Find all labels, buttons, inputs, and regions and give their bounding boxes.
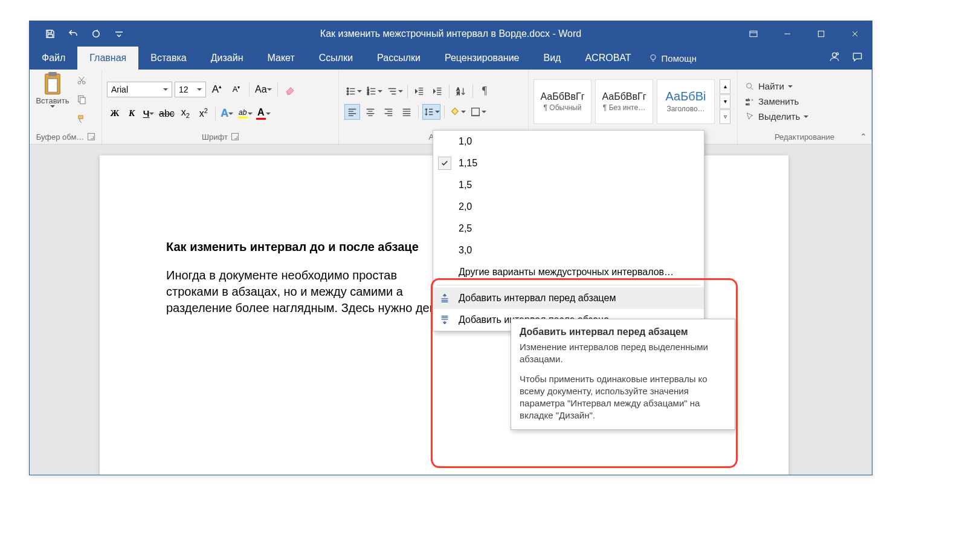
increase-indent-button[interactable] xyxy=(430,83,445,99)
svg-rect-8 xyxy=(48,79,57,92)
tab-insert[interactable]: Вставка xyxy=(138,47,198,70)
tooltip-text-1: Изменение интервалов перед выделенными а… xyxy=(520,341,726,366)
save-button[interactable] xyxy=(40,24,60,44)
strikethrough-button[interactable]: abc xyxy=(158,106,175,122)
tooltip-title: Добавить интервал перед абзацем xyxy=(520,327,726,337)
svg-text:ac: ac xyxy=(746,102,749,106)
add-space-before-paragraph[interactable]: Добавить интервал перед абзацем xyxy=(433,287,704,309)
svg-rect-7 xyxy=(48,72,56,76)
grow-font-button[interactable]: A▴ xyxy=(209,82,225,97)
select-button[interactable]: Выделить xyxy=(743,110,811,123)
style-heading1[interactable]: АаБбВі Заголово… xyxy=(657,79,715,124)
ribbon-display-icon xyxy=(749,29,758,39)
chevron-down-icon xyxy=(50,105,55,108)
chevron-down-icon xyxy=(163,88,168,91)
svg-point-5 xyxy=(836,53,838,54)
redo-icon xyxy=(91,28,102,39)
clipboard-dialog-launcher[interactable] xyxy=(88,133,95,140)
svg-rect-13 xyxy=(79,116,83,119)
undo-button[interactable] xyxy=(63,24,83,44)
font-name-select[interactable]: Arial xyxy=(107,82,172,97)
redo-button[interactable] xyxy=(86,24,106,44)
find-button[interactable]: Найти xyxy=(743,80,811,93)
linespacing-option-1.0[interactable]: 1,0 xyxy=(433,131,704,152)
search-icon xyxy=(745,82,755,91)
qat-customize-button[interactable] xyxy=(109,24,129,44)
cut-button[interactable] xyxy=(74,73,89,88)
font-color-button[interactable]: A xyxy=(256,106,271,122)
tooltip: Добавить интервал перед абзацем Изменени… xyxy=(511,319,735,430)
copy-icon xyxy=(76,94,87,105)
maximize-button[interactable] xyxy=(804,21,838,47)
linespacing-option-3.0[interactable]: 3,0 xyxy=(433,239,704,261)
tab-layout[interactable]: Макет xyxy=(256,47,307,70)
tab-design[interactable]: Дизайн xyxy=(199,47,256,70)
bold-button[interactable]: Ж xyxy=(108,106,122,122)
align-left-button[interactable] xyxy=(344,104,360,120)
tab-mailings[interactable]: Рассылки xyxy=(365,47,433,70)
justify-button[interactable] xyxy=(399,104,414,120)
align-right-button[interactable] xyxy=(381,104,396,120)
change-case-button[interactable]: Aa xyxy=(254,82,272,97)
subscript-button[interactable]: x2 xyxy=(178,106,193,122)
tab-references[interactable]: Ссылки xyxy=(307,47,365,70)
linespacing-option-2.0[interactable]: 2,0 xyxy=(433,196,704,218)
bullets-button[interactable] xyxy=(344,83,363,99)
tell-me-search[interactable]: Помощн xyxy=(648,47,697,70)
minimize-button[interactable] xyxy=(770,21,804,47)
space-before-icon xyxy=(438,293,451,304)
multilevel-list-button[interactable] xyxy=(385,83,404,99)
text-effects-button[interactable]: A xyxy=(219,106,235,122)
ribbon-display-button[interactable] xyxy=(737,21,770,47)
superscript-button[interactable]: x2 xyxy=(196,106,211,122)
linespacing-option-2.5[interactable]: 2,5 xyxy=(433,218,704,239)
styles-expand[interactable]: ▿ xyxy=(720,109,730,124)
styles-scroll-up[interactable]: ▴ xyxy=(720,79,730,94)
chevron-down-icon xyxy=(114,28,124,39)
shading-button[interactable] xyxy=(448,104,466,120)
align-center-button[interactable] xyxy=(363,104,378,120)
underline-button[interactable]: Ч xyxy=(141,106,156,122)
format-painter-button[interactable] xyxy=(74,111,89,127)
style-no-spacing[interactable]: АаБбВвГг ¶ Без инте… xyxy=(595,79,653,124)
svg-rect-12 xyxy=(80,97,85,104)
group-clipboard: Вставить xyxy=(30,70,102,144)
tab-view[interactable]: Вид xyxy=(531,47,573,70)
sort-button[interactable]: AЯ xyxy=(453,83,469,99)
collapse-ribbon-button[interactable]: ⌃ xyxy=(860,132,867,142)
tab-file[interactable]: Файл xyxy=(30,47,77,70)
window-controls xyxy=(737,21,872,47)
format-painter-icon xyxy=(76,114,87,125)
highlight-button[interactable]: ab xyxy=(237,106,253,122)
decrease-indent-button[interactable] xyxy=(411,83,427,99)
tell-me-label: Помощн xyxy=(662,53,697,63)
comments-button[interactable] xyxy=(851,51,863,65)
close-button[interactable] xyxy=(838,21,872,47)
linespacing-option-1.15[interactable]: 1,15 xyxy=(433,152,704,174)
svg-point-3 xyxy=(651,55,656,60)
linespacing-more-options[interactable]: Другие варианты междустрочных интервалов… xyxy=(433,261,704,283)
clear-formatting-button[interactable] xyxy=(283,82,298,97)
titlebar-right xyxy=(828,47,872,70)
italic-button[interactable]: К xyxy=(124,106,139,122)
tab-home[interactable]: Главная xyxy=(77,47,138,70)
line-spacing-button[interactable] xyxy=(422,104,440,120)
shrink-font-button[interactable]: A▾ xyxy=(228,82,244,97)
borders-button[interactable] xyxy=(469,104,487,120)
font-size-select[interactable]: 12 xyxy=(175,82,206,97)
svg-point-23 xyxy=(747,83,752,88)
share-button[interactable] xyxy=(828,51,840,65)
show-marks-button[interactable]: ¶ xyxy=(477,83,492,99)
font-dialog-launcher[interactable] xyxy=(231,133,239,140)
style-normal[interactable]: АаБбВвГг ¶ Обычный xyxy=(534,79,592,124)
copy-button[interactable] xyxy=(74,92,89,108)
tab-review[interactable]: Рецензирование xyxy=(433,47,532,70)
replace-button[interactable]: abac Заменить xyxy=(743,95,811,108)
paste-button[interactable]: Вставить xyxy=(34,72,71,108)
line-spacing-menu: 1,0 1,15 1,5 2,0 2,5 3,0 Другие варианты… xyxy=(433,130,704,331)
group-font-label: Шрифт xyxy=(107,131,334,143)
styles-scroll-down[interactable]: ▾ xyxy=(720,94,730,109)
numbering-button[interactable]: 123 xyxy=(365,83,383,99)
linespacing-option-1.5[interactable]: 1,5 xyxy=(433,174,704,196)
tab-acrobat[interactable]: ACROBAT xyxy=(573,47,643,70)
